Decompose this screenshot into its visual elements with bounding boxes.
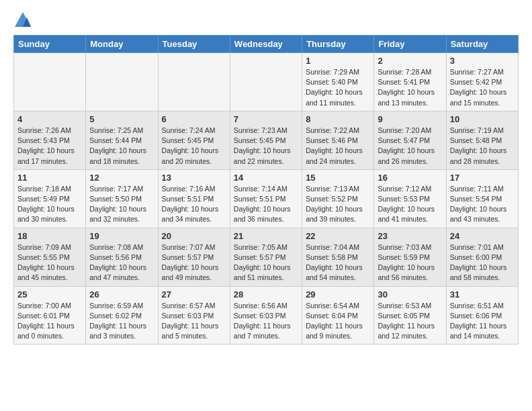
- day-info: Sunrise: 6:59 AM Sunset: 6:02 PM Dayligh…: [89, 301, 154, 342]
- calendar-header-row: SundayMondayTuesdayWednesdayThursdayFrid…: [14, 36, 519, 53]
- calendar-cell: 9Sunrise: 7:20 AM Sunset: 5:47 PM Daylig…: [374, 111, 446, 169]
- column-header-tuesday: Tuesday: [158, 36, 230, 53]
- day-info: Sunrise: 7:11 AM Sunset: 5:54 PM Dayligh…: [450, 184, 515, 225]
- day-info: Sunrise: 6:51 AM Sunset: 6:06 PM Dayligh…: [450, 301, 515, 342]
- day-info: Sunrise: 7:29 AM Sunset: 5:40 PM Dayligh…: [306, 67, 370, 108]
- day-number: 30: [378, 289, 442, 300]
- day-info: Sunrise: 7:05 AM Sunset: 5:57 PM Dayligh…: [234, 242, 298, 283]
- column-header-thursday: Thursday: [302, 36, 374, 53]
- calendar-cell: 31Sunrise: 6:51 AM Sunset: 6:06 PM Dayli…: [446, 286, 518, 345]
- calendar-cell: 7Sunrise: 7:23 AM Sunset: 5:45 PM Daylig…: [230, 111, 302, 169]
- day-number: 2: [378, 56, 442, 66]
- calendar-cell: 22Sunrise: 7:04 AM Sunset: 5:58 PM Dayli…: [302, 228, 374, 286]
- day-number: 22: [306, 231, 370, 241]
- column-header-friday: Friday: [374, 36, 446, 53]
- calendar-cell: 16Sunrise: 7:12 AM Sunset: 5:53 PM Dayli…: [374, 169, 446, 228]
- calendar-cell: 2Sunrise: 7:28 AM Sunset: 5:41 PM Daylig…: [374, 53, 446, 111]
- calendar-cell: 21Sunrise: 7:05 AM Sunset: 5:57 PM Dayli…: [230, 228, 302, 286]
- day-number: 29: [306, 289, 370, 300]
- calendar-cell: 5Sunrise: 7:25 AM Sunset: 5:44 PM Daylig…: [86, 111, 158, 169]
- day-number: 6: [162, 114, 226, 124]
- week-row-5: 25Sunrise: 7:00 AM Sunset: 6:01 PM Dayli…: [14, 286, 519, 345]
- day-info: Sunrise: 6:56 AM Sunset: 6:03 PM Dayligh…: [234, 301, 298, 342]
- day-info: Sunrise: 7:14 AM Sunset: 5:51 PM Dayligh…: [234, 184, 298, 225]
- calendar-cell: [14, 53, 86, 111]
- calendar-cell: 1Sunrise: 7:29 AM Sunset: 5:40 PM Daylig…: [302, 53, 374, 111]
- calendar-cell: 14Sunrise: 7:14 AM Sunset: 5:51 PM Dayli…: [230, 169, 302, 228]
- day-info: Sunrise: 6:53 AM Sunset: 6:05 PM Dayligh…: [378, 301, 442, 342]
- calendar-cell: 11Sunrise: 7:18 AM Sunset: 5:49 PM Dayli…: [14, 169, 86, 228]
- day-number: 16: [378, 173, 442, 183]
- day-info: Sunrise: 7:22 AM Sunset: 5:46 PM Dayligh…: [306, 126, 370, 167]
- day-number: 25: [17, 289, 82, 300]
- day-number: 8: [306, 114, 370, 124]
- day-info: Sunrise: 7:00 AM Sunset: 6:01 PM Dayligh…: [17, 301, 82, 342]
- day-info: Sunrise: 6:54 AM Sunset: 6:04 PM Dayligh…: [306, 301, 370, 342]
- day-info: Sunrise: 7:27 AM Sunset: 5:42 PM Dayligh…: [450, 67, 515, 108]
- calendar-cell: 30Sunrise: 6:53 AM Sunset: 6:05 PM Dayli…: [374, 286, 446, 345]
- calendar-cell: 25Sunrise: 7:00 AM Sunset: 6:01 PM Dayli…: [14, 286, 86, 345]
- day-number: 18: [17, 231, 82, 241]
- day-number: 24: [450, 231, 515, 241]
- logo-icon: [13, 11, 32, 30]
- column-header-monday: Monday: [86, 36, 158, 53]
- day-info: Sunrise: 7:26 AM Sunset: 5:43 PM Dayligh…: [17, 126, 82, 167]
- day-info: Sunrise: 7:19 AM Sunset: 5:48 PM Dayligh…: [450, 126, 515, 167]
- day-info: Sunrise: 7:28 AM Sunset: 5:41 PM Dayligh…: [378, 67, 442, 108]
- week-row-2: 4Sunrise: 7:26 AM Sunset: 5:43 PM Daylig…: [14, 111, 519, 169]
- calendar-cell: 19Sunrise: 7:08 AM Sunset: 5:56 PM Dayli…: [86, 228, 158, 286]
- day-info: Sunrise: 7:01 AM Sunset: 6:00 PM Dayligh…: [450, 242, 515, 283]
- day-info: Sunrise: 7:25 AM Sunset: 5:44 PM Dayligh…: [89, 126, 154, 167]
- day-number: 26: [89, 289, 154, 300]
- day-info: Sunrise: 7:20 AM Sunset: 5:47 PM Dayligh…: [378, 126, 442, 167]
- day-number: 9: [378, 114, 442, 124]
- day-info: Sunrise: 7:24 AM Sunset: 5:45 PM Dayligh…: [162, 126, 226, 167]
- calendar-cell: 13Sunrise: 7:16 AM Sunset: 5:51 PM Dayli…: [158, 169, 230, 228]
- day-number: 5: [89, 114, 154, 124]
- day-number: 14: [234, 173, 298, 183]
- day-number: 17: [450, 173, 515, 183]
- calendar-cell: 27Sunrise: 6:57 AM Sunset: 6:03 PM Dayli…: [158, 286, 230, 345]
- day-info: Sunrise: 7:13 AM Sunset: 5:52 PM Dayligh…: [306, 184, 370, 225]
- calendar-cell: [230, 53, 302, 111]
- column-header-wednesday: Wednesday: [230, 36, 302, 53]
- day-info: Sunrise: 7:12 AM Sunset: 5:53 PM Dayligh…: [378, 184, 442, 225]
- calendar-cell: 15Sunrise: 7:13 AM Sunset: 5:52 PM Dayli…: [302, 169, 374, 228]
- week-row-4: 18Sunrise: 7:09 AM Sunset: 5:55 PM Dayli…: [14, 228, 519, 286]
- day-info: Sunrise: 7:04 AM Sunset: 5:58 PM Dayligh…: [306, 242, 370, 283]
- day-number: 7: [234, 114, 298, 124]
- day-info: Sunrise: 7:03 AM Sunset: 5:59 PM Dayligh…: [378, 242, 442, 283]
- day-number: 31: [450, 289, 515, 300]
- day-info: Sunrise: 6:57 AM Sunset: 6:03 PM Dayligh…: [162, 301, 226, 342]
- column-header-saturday: Saturday: [446, 36, 518, 53]
- calendar-cell: [86, 53, 158, 111]
- day-number: 19: [89, 231, 154, 241]
- day-number: 23: [378, 231, 442, 241]
- calendar-cell: 8Sunrise: 7:22 AM Sunset: 5:46 PM Daylig…: [302, 111, 374, 169]
- day-info: Sunrise: 7:09 AM Sunset: 5:55 PM Dayligh…: [17, 242, 82, 283]
- day-info: Sunrise: 7:08 AM Sunset: 5:56 PM Dayligh…: [89, 242, 154, 283]
- calendar-cell: 17Sunrise: 7:11 AM Sunset: 5:54 PM Dayli…: [446, 169, 518, 228]
- header: [13, 11, 519, 30]
- day-number: 28: [234, 289, 298, 300]
- day-number: 1: [306, 56, 370, 66]
- day-info: Sunrise: 7:23 AM Sunset: 5:45 PM Dayligh…: [234, 126, 298, 167]
- calendar-cell: 29Sunrise: 6:54 AM Sunset: 6:04 PM Dayli…: [302, 286, 374, 345]
- day-number: 11: [17, 173, 82, 183]
- day-info: Sunrise: 7:16 AM Sunset: 5:51 PM Dayligh…: [162, 184, 226, 225]
- calendar-cell: 28Sunrise: 6:56 AM Sunset: 6:03 PM Dayli…: [230, 286, 302, 345]
- day-info: Sunrise: 7:17 AM Sunset: 5:50 PM Dayligh…: [89, 184, 154, 225]
- day-number: 15: [306, 173, 370, 183]
- page-container: SundayMondayTuesdayWednesdayThursdayFrid…: [0, 0, 532, 351]
- week-row-1: 1Sunrise: 7:29 AM Sunset: 5:40 PM Daylig…: [14, 53, 519, 111]
- calendar-cell: 4Sunrise: 7:26 AM Sunset: 5:43 PM Daylig…: [14, 111, 86, 169]
- calendar-cell: 10Sunrise: 7:19 AM Sunset: 5:48 PM Dayli…: [446, 111, 518, 169]
- calendar-cell: 24Sunrise: 7:01 AM Sunset: 6:00 PM Dayli…: [446, 228, 518, 286]
- calendar-cell: 18Sunrise: 7:09 AM Sunset: 5:55 PM Dayli…: [14, 228, 86, 286]
- calendar-cell: 3Sunrise: 7:27 AM Sunset: 5:42 PM Daylig…: [446, 53, 518, 111]
- day-number: 12: [89, 173, 154, 183]
- calendar-cell: 26Sunrise: 6:59 AM Sunset: 6:02 PM Dayli…: [86, 286, 158, 345]
- calendar-cell: [158, 53, 230, 111]
- day-number: 27: [162, 289, 226, 300]
- calendar-cell: 23Sunrise: 7:03 AM Sunset: 5:59 PM Dayli…: [374, 228, 446, 286]
